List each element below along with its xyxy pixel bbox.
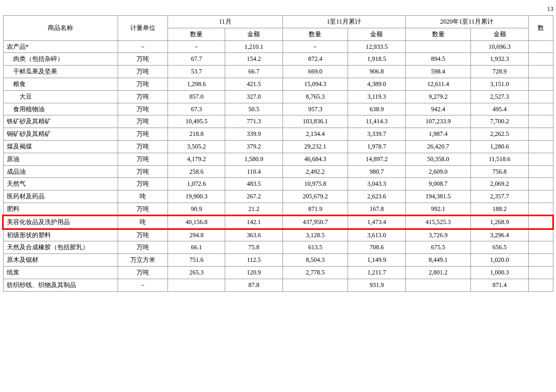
cell-nov-qty: 10,495.5 [168,115,225,128]
cell-prev-qty: 26,420.7 [405,140,471,153]
cell-nov-amt: 267.2 [225,190,282,203]
cell-nov-amt: 339.9 [225,128,282,141]
cell-cum-amt: 1,918.5 [348,53,405,66]
cell-prev-amt: 188.2 [471,203,528,215]
cell-unit: 万吨 [118,153,167,165]
cell-unit: 万吨 [118,115,167,128]
table-row: 纸浆万吨265.3120.92,778.51,211.72,801.21,000… [3,266,553,279]
col-nov-amt: 金额 [225,28,282,40]
cell-nov-qty: 3,505.2 [168,140,225,153]
cell-cum-qty: 205,679.2 [282,190,348,203]
cell-nov-qty: 857.0 [168,90,225,103]
cell-cum-amt: 3,339.7 [348,128,405,141]
cell-unit: 万吨 [118,229,167,241]
cell-cum-qty: － [282,40,348,53]
table-row: 铁矿砂及其精矿万吨10,495.5771.3103,836.111,414.31… [3,115,553,128]
cell-prev-qty: 598.4 [405,66,471,78]
cell-prev-amt: 11,518.6 [471,153,528,165]
cell-nov-qty: 66.1 [168,241,225,254]
table-row: 食用植物油万吨67.350.5957.3638.9942.4495.4 [3,103,553,115]
cell-cum-amt: 708.6 [348,241,405,254]
cell-cum-qty: 15,094.3 [282,78,348,90]
table-row: 肉类（包括杂碎）万吨67.7154.2872.41,918.5894.51,93… [3,53,553,66]
cell-prev-amt: 756.8 [471,165,528,178]
cell-cum-amt: 1,978.7 [348,140,405,153]
cell-nov-amt: 87.8 [225,279,282,291]
cell-product-name: 肉类（包括杂碎） [3,53,118,66]
cell-nov-amt: 379.2 [225,140,282,153]
cell-prev-amt: 656.5 [471,241,528,254]
cell-nov-amt: 1,580.9 [225,153,282,165]
cell-unit: 万吨 [118,140,167,153]
cell-cum-amt: 12,933.5 [348,40,405,53]
col-cum-qty: 数量 [282,28,348,40]
cell-product-name: 天然及合成橡胶（包括胶乳） [3,241,118,254]
cell-extra [528,229,553,241]
table-row: 铜矿砂及其精矿万吨218.8339.92,134.43,339.71,987.4… [3,128,553,141]
cell-prev-amt: 1,280.6 [471,140,528,153]
cell-extra [528,178,553,190]
cell-nov-qty: 265.3 [168,266,225,279]
cell-prev-amt: 495.4 [471,103,528,115]
cell-prev-qty: 894.5 [405,53,471,66]
cell-cum-qty: 2,492.2 [282,165,348,178]
cell-prev-amt: 871.4 [471,279,528,291]
cell-prev-amt: 3,151.0 [471,78,528,90]
cell-prev-qty: 194,381.5 [405,190,471,203]
cell-extra [528,279,553,291]
table-row: 初级形状的塑料万吨294.8363.63,128.53,613.03,726.9… [3,229,553,241]
col-prev-amt: 金额 [471,28,528,40]
cell-prev-qty: 415,525.3 [405,216,471,229]
cell-cum-qty [282,279,348,291]
cell-nov-qty: 53.7 [168,66,225,78]
cell-prev-qty: 1,987.4 [405,128,471,141]
cell-nov-qty: 67.7 [168,53,225,66]
cell-cum-qty: 872.4 [282,53,348,66]
cell-prev-amt: 1,020.0 [471,254,528,267]
cell-nov-amt: 120.9 [225,266,282,279]
cell-cum-qty: 2,778.5 [282,266,348,279]
cell-unit: 万吨 [118,178,167,190]
cell-extra [528,53,553,66]
cell-product-name: 农产品* [3,40,118,53]
cell-cum-amt: 14,897.2 [348,153,405,165]
cell-nov-amt: 363.6 [225,229,282,241]
cell-product-name: 粮食 [3,78,118,90]
cell-prev-amt: 3,296.4 [471,229,528,241]
cell-extra [528,140,553,153]
cell-cum-qty: 871.9 [282,203,348,215]
cell-cum-amt: 3,043.3 [348,178,405,190]
cell-prev-qty [405,279,471,291]
cell-cum-qty: 437,950.7 [282,216,348,229]
cell-unit: 万吨 [118,266,167,279]
cell-cum-amt: 906.8 [348,66,405,78]
cell-nov-amt: 1,210.1 [225,40,282,53]
cell-unit: 万吨 [118,66,167,78]
cell-unit: 万吨 [118,90,167,103]
cell-nov-amt: 75.8 [225,241,282,254]
cell-unit: 万吨 [118,203,167,215]
cell-product-name: 原油 [3,153,118,165]
cell-nov-qty: 1,298.6 [168,78,225,90]
col-nov-header: 11月 [168,16,282,28]
cell-nov-qty [168,279,225,291]
cell-extra [528,203,553,215]
cell-nov-amt: 110.4 [225,165,282,178]
page-number: 13 [3,5,553,13]
cell-product-name: 初级形状的塑料 [3,229,118,241]
cell-cum-amt: 4,389.0 [348,78,405,90]
table-row: 医药材及药品吨19,900.3267.2205,679.22,623.6194,… [3,190,553,203]
cell-prev-amt: 2,069.2 [471,178,528,190]
cell-prev-qty: 12,611.4 [405,78,471,90]
cell-prev-qty: 9,008.7 [405,178,471,190]
cell-prev-qty: 675.5 [405,241,471,254]
cell-nov-qty: 19,900.3 [168,190,225,203]
table-row: 大豆万吨857.0327.08,765.33,119.39,279.22,527… [3,90,553,103]
cell-nov-amt: 142.1 [225,216,282,229]
cell-unit: 万吨 [118,103,167,115]
cell-cum-amt: 638.9 [348,103,405,115]
cell-prev-qty: 992.1 [405,203,471,215]
cell-extra [528,266,553,279]
cell-unit: 万吨 [118,53,167,66]
cell-product-name: 铁矿砂及其精矿 [3,115,118,128]
